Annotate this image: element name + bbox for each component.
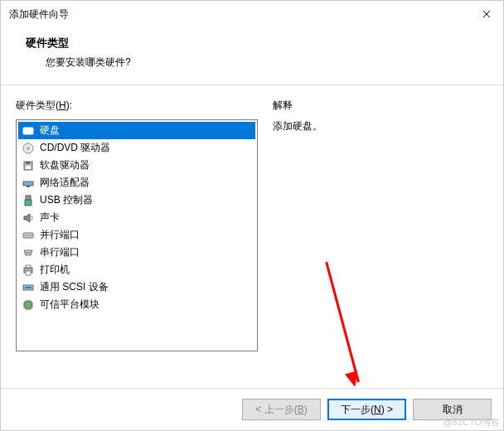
list-item-label: 软盘驱动器 bbox=[40, 158, 90, 172]
header-subtitle: 您要安装哪类硬件? bbox=[46, 56, 478, 70]
next-button[interactable]: 下一步(N) > bbox=[327, 399, 406, 420]
svg-point-16 bbox=[27, 252, 28, 253]
list-item-label: 通用 SCSI 设备 bbox=[40, 280, 109, 294]
list-item[interactable]: 通用 SCSI 设备 bbox=[18, 278, 255, 296]
list-item-label: 硬盘 bbox=[40, 123, 60, 138]
watermark: @51CTO博客 bbox=[443, 416, 500, 429]
svg-rect-10 bbox=[25, 200, 32, 206]
content-area: 硬件类型(H): 硬盘CD/DVD 驱动器软盘驱动器网络适配器USB 控制器声卡… bbox=[1, 85, 503, 379]
svg-point-13 bbox=[27, 235, 28, 235]
add-hardware-wizard-dialog: 添加硬件向导 硬件类型 您要安装哪类硬件? 硬件类型(H): 硬盘CD/DVD … bbox=[0, 0, 504, 431]
hardware-type-listbox[interactable]: 硬盘CD/DVD 驱动器软盘驱动器网络适配器USB 控制器声卡并行端口串行端口打… bbox=[16, 119, 258, 351]
list-item-label: 串行端口 bbox=[40, 245, 80, 259]
floppy-icon bbox=[22, 159, 35, 172]
button-bar: < 上一步(B) 下一步(N) > 取消 bbox=[1, 388, 503, 430]
svg-rect-22 bbox=[25, 287, 32, 288]
list-item[interactable]: USB 控制器 bbox=[18, 191, 255, 209]
close-icon bbox=[482, 10, 491, 18]
list-item[interactable]: CD/DVD 驱动器 bbox=[18, 139, 255, 157]
svg-point-14 bbox=[30, 235, 31, 235]
svg-rect-7 bbox=[23, 182, 33, 186]
list-item[interactable]: 串行端口 bbox=[18, 244, 255, 261]
list-item-label: 打印机 bbox=[40, 263, 70, 277]
header: 硬件类型 您要安装哪类硬件? bbox=[1, 27, 503, 85]
svg-rect-5 bbox=[26, 162, 30, 164]
tpm-icon bbox=[22, 298, 35, 312]
list-item-label: CD/DVD 驱动器 bbox=[40, 141, 110, 155]
scsi-icon bbox=[22, 281, 35, 294]
list-item-label: 网络适配器 bbox=[40, 176, 90, 190]
printer-icon bbox=[22, 264, 35, 277]
list-item-label: USB 控制器 bbox=[40, 193, 93, 207]
list-item[interactable]: 可信平台模块 bbox=[18, 296, 255, 313]
hardware-type-panel: 硬件类型(H): 硬盘CD/DVD 驱动器软盘驱动器网络适配器USB 控制器声卡… bbox=[16, 99, 258, 379]
svg-rect-6 bbox=[26, 166, 31, 169]
list-item[interactable]: 网络适配器 bbox=[18, 174, 255, 191]
sound-icon bbox=[22, 211, 35, 225]
serial-icon bbox=[22, 246, 35, 259]
svg-rect-20 bbox=[26, 271, 31, 275]
explanation-panel: 解释 添加硬盘。 bbox=[273, 99, 488, 379]
svg-point-17 bbox=[29, 252, 30, 253]
svg-rect-23 bbox=[25, 302, 32, 308]
svg-point-12 bbox=[25, 235, 26, 235]
svg-point-15 bbox=[26, 252, 27, 253]
close-button[interactable] bbox=[470, 1, 503, 27]
usb-icon bbox=[22, 194, 35, 207]
list-item[interactable]: 软盘驱动器 bbox=[18, 157, 255, 174]
explanation-label: 解释 bbox=[273, 99, 488, 113]
list-item[interactable]: 并行端口 bbox=[18, 226, 255, 244]
list-item-label: 并行端口 bbox=[40, 228, 80, 242]
list-item-label: 声卡 bbox=[40, 211, 60, 225]
hdd-icon bbox=[22, 124, 35, 138]
header-title: 硬件类型 bbox=[26, 36, 478, 51]
titlebar: 添加硬件向导 bbox=[1, 1, 503, 27]
svg-point-3 bbox=[27, 147, 30, 149]
list-item[interactable]: 打印机 bbox=[18, 261, 255, 278]
list-item-label: 可信平台模块 bbox=[40, 298, 99, 312]
hardware-type-label: 硬件类型(H): bbox=[16, 99, 258, 113]
back-button[interactable]: < 上一步(B) bbox=[242, 399, 321, 420]
dialog-title: 添加硬件向导 bbox=[9, 7, 69, 22]
explanation-text: 添加硬盘。 bbox=[273, 119, 488, 133]
network-icon bbox=[22, 177, 35, 190]
cd-icon bbox=[22, 142, 35, 155]
svg-point-1 bbox=[31, 132, 32, 133]
list-item[interactable]: 声卡 bbox=[18, 209, 255, 226]
list-item[interactable]: 硬盘 bbox=[18, 122, 255, 139]
parallel-icon bbox=[22, 229, 35, 242]
svg-rect-8 bbox=[27, 186, 30, 187]
svg-rect-9 bbox=[26, 196, 31, 200]
